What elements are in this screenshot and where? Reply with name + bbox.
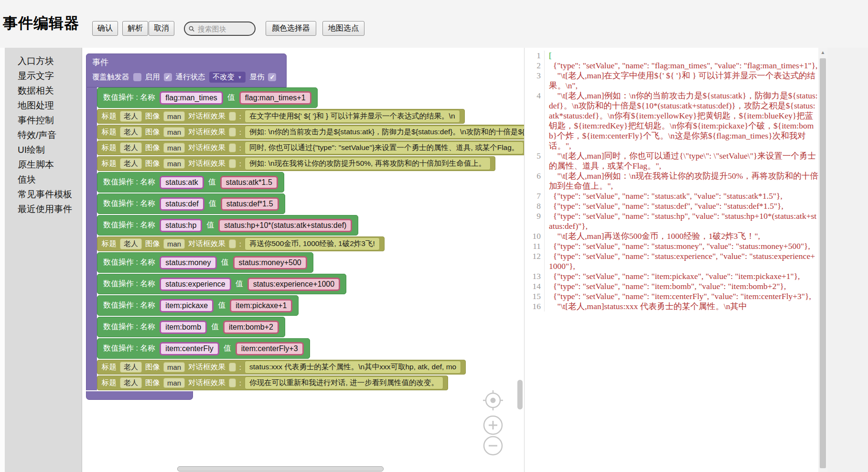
dialog-title-chip[interactable]: 老人 — [120, 127, 142, 138]
dialog-effect-chip[interactable] — [229, 143, 236, 152]
dialog-text-field[interactable]: 例如: \n你的当前攻击力是${status:atk}，防御力是${status… — [245, 126, 524, 139]
dialog-block[interactable]: 标题老人图像man对话框效果:例如: \n现在我将让你的攻防提升50%, 再将攻… — [97, 156, 495, 171]
value-slot[interactable]: status:def*1.5 — [221, 197, 279, 211]
map-pick-button[interactable]: 地图选点 — [322, 21, 364, 36]
value-slot[interactable]: status:atk*1.5 — [220, 176, 278, 189]
dialog-text-field[interactable]: 例如: \n现在我将让你的攻防提升50%, 再将攻防和的十倍加到生命值上。 — [245, 157, 491, 170]
code-scrollbar-thumb[interactable] — [820, 58, 826, 468]
workspace-horizontal-scrollbar[interactable] — [177, 466, 384, 472]
setvalue-block[interactable]: 数值操作 : 名称status:money值status:money+500 — [97, 252, 313, 273]
dialog-block[interactable]: 标题老人图像man对话框效果:同时, 你也可以通过{"type": "setVa… — [97, 140, 524, 155]
code-scrollbar[interactable]: ▲ — [818, 48, 827, 472]
value-slot[interactable]: item:centerFly+3 — [236, 342, 304, 355]
block-workspace[interactable]: 事件 覆盖触发器启用✓通行状态不改变▼显伤✓ 数值操作 : 名称flag:man… — [82, 48, 524, 472]
dialog-effect-chip[interactable] — [229, 128, 236, 137]
parse-button[interactable]: 解析 — [122, 21, 148, 36]
zoom-in-button[interactable] — [482, 415, 504, 436]
dialog-block[interactable]: 标题老人图像man对话框效果:再送你500金币, 1000经验, 1破2炸3飞! — [97, 236, 385, 251]
name-slot[interactable]: flag:man_times — [160, 91, 223, 105]
sidebar-item[interactable]: 最近使用事件 — [5, 202, 82, 216]
workspace-vertical-scrollbar[interactable] — [517, 380, 523, 409]
name-slot[interactable]: item:centerFly — [160, 342, 219, 355]
setvalue-block[interactable]: 数值操作 : 名称item:bomb值item:bomb+2 — [97, 317, 285, 337]
sidebar-item[interactable]: 特效/声音 — [5, 128, 82, 142]
name-slot[interactable]: item:bomb — [160, 321, 207, 334]
dialog-block[interactable]: 标题老人图像man对话框效果:你现在可以重新和我进行对话, 进一步看到属性值的改… — [97, 375, 448, 390]
value-slot[interactable]: status:experience+1000 — [247, 278, 340, 291]
dialog-title-chip[interactable]: 老人 — [120, 142, 142, 153]
name-slot[interactable]: status:experience — [160, 278, 231, 291]
value-slot[interactable]: item:pickaxe+1 — [230, 299, 292, 312]
setvalue-block[interactable]: 数值操作 : 名称status:hp值status:hp+10*(status:… — [97, 215, 358, 236]
setvalue-block[interactable]: 数值操作 : 名称status:def值status:def*1.5 — [97, 193, 285, 214]
dialog-image-chip[interactable]: man — [163, 378, 185, 388]
sidebar-item[interactable]: 数据相关 — [5, 83, 82, 98]
dialog-image-chip[interactable]: man — [163, 127, 185, 137]
cancel-button[interactable]: 取消 — [149, 21, 174, 36]
dialog-text-field[interactable]: status:xxx 代表勇士的某个属性。\n其中xxx可取hp, atk, d… — [245, 361, 461, 374]
name-slot[interactable]: status:def — [160, 197, 204, 211]
search-input[interactable] — [197, 24, 251, 33]
setvalue-block[interactable]: 数值操作 : 名称item:pickaxe值item:pickaxe+1 — [97, 295, 299, 316]
value-slot[interactable]: item:bomb+2 — [223, 321, 279, 334]
dialog-image-chip[interactable]: man — [163, 159, 185, 169]
line-number: 10 — [525, 231, 545, 241]
dialog-effect-chip[interactable] — [229, 239, 236, 248]
value-slot[interactable]: flag:man_times+1 — [239, 91, 311, 105]
value-slot[interactable]: status:money+500 — [233, 256, 307, 269]
checkbox-checked[interactable]: ✓ — [268, 73, 276, 81]
dialog-title-chip[interactable]: 老人 — [120, 238, 142, 249]
dialog-title-chip[interactable]: 老人 — [120, 362, 142, 373]
line-number: 8 — [525, 201, 545, 211]
dialog-block[interactable]: 标题老人图像man对话框效果:例如: \n你的当前攻击力是${status:at… — [97, 125, 524, 139]
dialog-text-field[interactable]: 再送你500金币, 1000经验, 1破2炸3飞! — [245, 237, 380, 250]
dialog-effect-chip[interactable] — [229, 378, 236, 387]
scroll-up-arrow-icon[interactable]: ▲ — [818, 48, 827, 57]
setvalue-block[interactable]: 数值操作 : 名称item:centerFly值item:centerFly+3 — [97, 338, 310, 359]
event-block-header[interactable]: 事件 覆盖触发器启用✓通行状态不改变▼显伤✓ — [86, 54, 287, 87]
sidebar-item[interactable]: 常见事件模板 — [5, 187, 82, 202]
dialog-block[interactable]: 标题老人图像man对话框效果:status:xxx 代表勇士的某个属性。\n其中… — [97, 360, 466, 375]
dialog-block[interactable]: 标题老人图像man对话框效果:在文字中使用${' ${ '}和 } 可以计算并显… — [97, 109, 465, 124]
sidebar-item[interactable]: 原生脚本 — [5, 157, 82, 172]
zoom-out-button[interactable] — [482, 435, 504, 456]
dialog-effect-chip[interactable] — [229, 363, 236, 372]
sidebar-item[interactable]: 入口方块 — [5, 54, 82, 68]
name-slot[interactable]: status:money — [160, 256, 216, 269]
dialog-effect-chip[interactable] — [229, 112, 236, 121]
dialog-colon: : — [239, 144, 241, 152]
sidebar-item[interactable]: 值块 — [5, 172, 82, 187]
json-code-editor[interactable]: 1[2 {"type": "setValue", "name": "flag:m… — [524, 48, 818, 472]
confirm-button[interactable]: 确认 — [92, 21, 118, 36]
dialog-title-chip[interactable]: 老人 — [120, 158, 142, 169]
name-slot[interactable]: status:atk — [160, 176, 204, 189]
setvalue-block[interactable]: 数值操作 : 名称status:atk值status:atk*1.5 — [97, 172, 284, 193]
dialog-text-field[interactable]: 同时, 你也可以通过{"type": "setValue"}来设置一个勇士的属性… — [245, 141, 524, 154]
trigger-state-dropdown[interactable]: 不改变▼ — [209, 72, 246, 83]
dialog-title-chip[interactable]: 老人 — [120, 377, 142, 388]
event-block[interactable]: 事件 覆盖触发器启用✓通行状态不改变▼显伤✓ 数值操作 : 名称flag:man… — [86, 54, 524, 400]
code-text: {"type": "setValue", "name": "status:mon… — [545, 241, 818, 251]
checkbox-checked[interactable]: ✓ — [164, 73, 172, 81]
setvalue-block[interactable]: 数值操作 : 名称status:experience值status:experi… — [97, 274, 346, 294]
dialog-text-field[interactable]: 在文字中使用${' ${ '}和 } 可以计算并显示一个表达式的结果。\n — [245, 110, 460, 123]
sidebar-item[interactable]: UI绘制 — [5, 142, 82, 157]
zoom-reset-button[interactable] — [482, 390, 504, 411]
sidebar-item[interactable]: 显示文字 — [5, 68, 82, 83]
dialog-image-chip[interactable]: man — [163, 239, 185, 249]
name-slot[interactable]: item:pickaxe — [160, 299, 214, 312]
name-slot[interactable]: status:hp — [160, 219, 202, 232]
dialog-image-chip[interactable]: man — [163, 362, 185, 372]
color-picker-button[interactable]: 颜色选择器 — [266, 21, 316, 36]
search-box[interactable] — [184, 21, 256, 36]
sidebar-item[interactable]: 事件控制 — [5, 113, 82, 128]
dialog-text-field[interactable]: 你现在可以重新和我进行对话, 进一步看到属性值的改变。 — [245, 376, 443, 389]
value-slot[interactable]: status:hp+10*(status:atk+status:def) — [218, 219, 352, 232]
setvalue-block[interactable]: 数值操作 : 名称flag:man_times值flag:man_times+1 — [97, 87, 318, 108]
dialog-title-chip[interactable]: 老人 — [120, 111, 142, 122]
dialog-image-chip[interactable]: man — [163, 111, 185, 121]
dialog-effect-chip[interactable] — [229, 159, 236, 168]
dialog-image-chip[interactable]: man — [163, 143, 185, 153]
sidebar-item[interactable]: 地图处理 — [5, 98, 82, 113]
checkbox-unchecked[interactable] — [133, 73, 141, 81]
